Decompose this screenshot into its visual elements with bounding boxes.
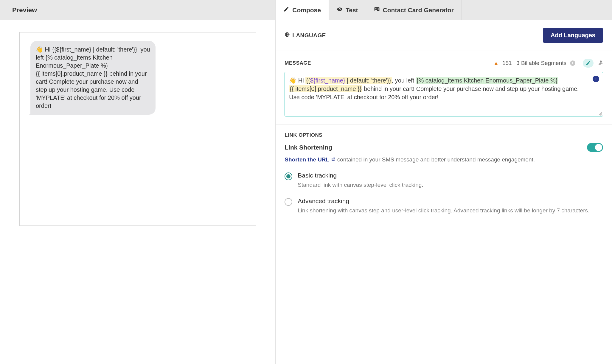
link-options-heading: LINK OPTIONS — [285, 132, 603, 138]
link-shortening-title: Link Shortening — [285, 144, 332, 151]
globe-icon — [285, 32, 290, 39]
language-section: LANGUAGE Add Languages — [276, 20, 612, 51]
eye-icon — [337, 6, 343, 14]
message-editor[interactable]: 👋 Hi {{${first_name} | default: 'there'}… — [285, 72, 603, 116]
token-catalog: {% catalog_items Kitchen Enormous_Paper_… — [416, 77, 558, 84]
pencil-icon — [283, 6, 289, 14]
message-section: MESSAGE ▲ 151 | 3 Billable Segments i — [276, 51, 612, 125]
editor-emoji: 👋 — [289, 77, 296, 84]
personalize-button[interactable] — [583, 59, 594, 68]
link-shortening-toggle[interactable] — [587, 143, 603, 152]
language-label: LANGUAGE — [285, 32, 326, 39]
message-meta: ▲ 151 | 3 Billable Segments i — [493, 59, 603, 68]
link-options-section: LINK OPTIONS Link Shortening Shorten the… — [276, 125, 612, 231]
preview-header: Preview — [0, 0, 275, 20]
warning-icon: ▲ — [493, 60, 499, 66]
tab-test[interactable]: Test — [329, 0, 366, 20]
radio-basic-tracking[interactable] — [285, 172, 292, 180]
wave-emoji: 👋 — [36, 46, 43, 53]
link-desc-after: contained in your SMS message and better… — [335, 156, 535, 163]
radio-advanced-tracking[interactable] — [285, 198, 292, 206]
tab-compose-label: Compose — [292, 7, 321, 14]
tab-test-label: Test — [346, 7, 358, 14]
sms-bubble: 👋 Hi {{${first_name} | default: 'there'}… — [30, 41, 156, 115]
editor-panel: Compose Test Contact Card Generator — [275, 0, 612, 364]
language-label-text: LANGUAGE — [292, 32, 326, 39]
resize-handle[interactable] — [598, 112, 602, 115]
bubble-line2: {{ items[0].product_name }} behind in yo… — [36, 70, 147, 109]
message-label: MESSAGE — [285, 60, 311, 66]
preview-device: 👋 Hi {{${first_name} | default: 'there'}… — [19, 32, 256, 226]
tab-contact-card[interactable]: Contact Card Generator — [366, 0, 462, 20]
divider — [579, 60, 579, 66]
editor-after-name: , you left — [392, 77, 416, 84]
segment-count: 151 | 3 Billable Segments — [502, 60, 566, 66]
tab-contact-label: Contact Card Generator — [383, 7, 454, 14]
radio-basic-sub: Standard link with canvas step-level cli… — [298, 181, 423, 189]
preview-panel: Preview 👋 Hi {{${first_name} | default: … — [0, 0, 275, 364]
token-firstname: {{${first_name} | default: 'there'}} — [305, 77, 392, 84]
tab-bar: Compose Test Contact Card Generator — [276, 0, 612, 20]
editor-hi: Hi — [296, 77, 305, 84]
shorten-url-link[interactable]: Shorten the URL — [285, 156, 329, 163]
preview-title: Preview — [12, 6, 263, 14]
bubble-line1: Hi {{${first_name} | default: 'there'}},… — [36, 46, 150, 69]
radio-advanced-sub: Link shortening with canvas step and use… — [298, 206, 589, 215]
tab-compose[interactable]: Compose — [276, 0, 329, 20]
external-link-icon — [331, 156, 335, 164]
insert-plus-button[interactable] — [593, 76, 599, 82]
add-user-icon[interactable] — [597, 60, 603, 67]
radio-basic-label: Basic tracking — [298, 172, 423, 179]
token-product: {{ items[0].product_name }} — [289, 85, 362, 92]
add-languages-button[interactable]: Add Languages — [543, 28, 603, 43]
link-shortening-desc: Shorten the URL contained in your SMS me… — [285, 155, 603, 164]
radio-advanced-label: Advanced tracking — [298, 197, 589, 205]
id-card-icon — [374, 6, 380, 14]
info-icon[interactable]: i — [570, 60, 575, 66]
